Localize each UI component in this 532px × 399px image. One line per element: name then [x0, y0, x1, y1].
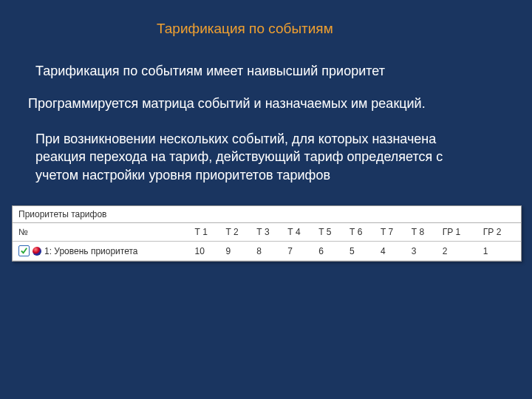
tariff-priority-panel: Приоритеты тарифов № Т 1 Т 2 Т 3 Т 4 Т 5… — [12, 205, 522, 262]
row-checkbox[interactable] — [18, 245, 30, 256]
col-header-t3: Т 3 — [253, 223, 284, 242]
cell-gp1: 2 — [440, 242, 480, 261]
col-header-t1: Т 1 — [192, 223, 223, 242]
cell-t7: 4 — [378, 242, 409, 261]
cell-t5: 6 — [316, 242, 347, 261]
row-label-text: 1: Уровень приоритета — [44, 246, 138, 256]
paragraph-3: При возникновении нескольких событий, дл… — [35, 130, 486, 184]
table-header-row: № Т 1 Т 2 Т 3 Т 4 Т 5 Т 6 Т 7 Т 8 ГР 1 Г… — [13, 223, 521, 242]
cell-gp2: 1 — [480, 242, 521, 261]
col-header-gp1: ГР 1 — [440, 223, 480, 242]
priority-table: № Т 1 Т 2 Т 3 Т 4 Т 5 Т 6 Т 7 Т 8 ГР 1 Г… — [13, 223, 521, 261]
paragraph-1: Тарификация по событиям имеет наивысший … — [35, 62, 494, 80]
col-header-no: № — [13, 223, 192, 242]
paragraph-2: Программируется матрица событий и назнач… — [28, 95, 501, 112]
col-header-t2: Т 2 — [222, 223, 253, 242]
col-header-t8: Т 8 — [409, 223, 440, 242]
table-row: 1: Уровень приоритета 10 9 8 7 6 5 4 3 2… — [13, 242, 521, 261]
cell-t2: 9 — [222, 242, 253, 261]
slide-title: Тарификация по событиям — [157, 21, 333, 37]
check-icon — [20, 247, 28, 255]
col-header-gp2: ГР 2 — [480, 223, 521, 242]
panel-title: Приоритеты тарифов — [13, 206, 521, 223]
cell-t6: 5 — [347, 242, 378, 261]
cell-t8: 3 — [409, 242, 440, 261]
slide: Тарификация по событиям Тарификация по с… — [0, 0, 532, 399]
col-header-t4: Т 4 — [284, 223, 316, 242]
col-header-t7: Т 7 — [378, 223, 409, 242]
cell-t1: 10 — [192, 242, 223, 261]
orb-icon — [33, 247, 41, 256]
cell-t3: 8 — [253, 242, 284, 261]
col-header-t5: Т 5 — [316, 223, 347, 242]
row-label-cell: 1: Уровень приоритета — [13, 242, 192, 261]
col-header-t6: Т 6 — [347, 223, 378, 242]
cell-t4: 7 — [284, 242, 316, 261]
